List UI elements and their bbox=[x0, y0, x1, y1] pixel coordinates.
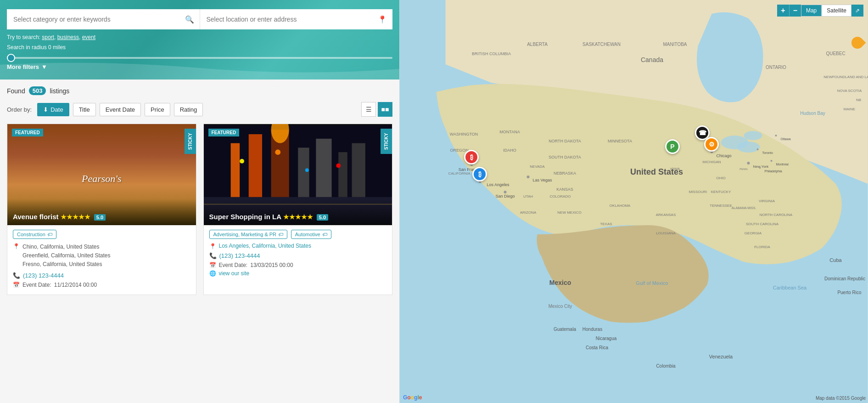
listing-card: FEATURED STICKY Avenue florist ★★★★★ 5.0 bbox=[7, 124, 196, 295]
svg-text:MANITOBA: MANITOBA bbox=[663, 42, 687, 47]
map-expand-button[interactable]: ⇗ bbox=[851, 5, 863, 17]
tag-advertising[interactable]: Advertising, Marketing & PR 🏷 bbox=[209, 230, 288, 239]
google-logo: Google bbox=[403, 394, 422, 401]
map-zoom-minus-button[interactable]: − bbox=[789, 5, 801, 17]
map-pin-1[interactable]: ₿ bbox=[464, 150, 479, 165]
svg-text:Las Vegas: Las Vegas bbox=[533, 178, 553, 182]
svg-text:TENNESSEE: TENNESSEE bbox=[710, 204, 732, 208]
phone-row: 📞 (123) 123-4444 bbox=[13, 272, 190, 279]
hint-event[interactable]: event bbox=[82, 34, 95, 40]
map-type-map-button[interactable]: Map bbox=[801, 5, 822, 17]
svg-rect-8 bbox=[352, 143, 365, 197]
svg-text:San Diego: San Diego bbox=[495, 194, 515, 199]
phone-link[interactable]: (123) 123-4444 bbox=[219, 252, 260, 259]
card-title: Super Shopping in LA bbox=[209, 213, 281, 221]
svg-point-18 bbox=[737, 142, 760, 153]
list-view-button[interactable]: ☰ bbox=[361, 102, 376, 117]
svg-point-12 bbox=[305, 168, 308, 172]
score-badge: 5.0 bbox=[94, 214, 106, 221]
tags-row: Construction 🏷 bbox=[13, 230, 190, 243]
svg-point-85 bbox=[771, 160, 773, 162]
calendar-icon: 📅 bbox=[209, 262, 216, 268]
listings-suffix: listings bbox=[50, 87, 69, 95]
card-image-wrap: FEATURED STICKY Avenue florist ★★★★★ 5.0 bbox=[7, 124, 196, 225]
pin-icon: 📍 bbox=[209, 243, 216, 250]
map-zoom-plus-button[interactable]: + bbox=[777, 5, 789, 17]
hint-business[interactable]: business bbox=[57, 34, 79, 40]
svg-point-89 bbox=[757, 148, 759, 150]
tag-icon: 🏷 bbox=[47, 232, 52, 237]
location-search-icon: 📍 bbox=[378, 15, 387, 24]
svg-text:Nicaragua: Nicaragua bbox=[596, 336, 617, 341]
svg-text:COLORADO: COLORADO bbox=[550, 194, 571, 199]
map-pin-5[interactable]: ₿ bbox=[472, 167, 487, 182]
svg-text:CALIFORNIA: CALIFORNIA bbox=[448, 171, 470, 176]
chevron-down-icon: ▼ bbox=[41, 63, 47, 70]
card-title: Avenue florist bbox=[13, 213, 58, 221]
svg-text:Dominican Republic: Dominican Republic bbox=[824, 276, 865, 281]
svg-rect-7 bbox=[338, 152, 347, 197]
svg-text:NORTH CAROLINA: NORTH CAROLINA bbox=[760, 213, 793, 217]
map-controls: + − Map Satellite ⇗ bbox=[777, 5, 863, 17]
keyword-search-input[interactable] bbox=[7, 9, 200, 29]
phone-link[interactable]: (123) 123-4444 bbox=[23, 272, 64, 279]
location-search-box: 📍 bbox=[200, 9, 393, 29]
svg-text:Honduras: Honduras bbox=[582, 327, 602, 332]
map-pin-2[interactable]: P bbox=[665, 139, 680, 154]
more-filters-toggle[interactable]: More filters ▼ bbox=[7, 63, 47, 70]
grid-view-button[interactable]: ■■ bbox=[378, 102, 392, 117]
sticky-badge: STICKY bbox=[381, 129, 392, 154]
svg-text:Los Angeles: Los Angeles bbox=[487, 182, 510, 187]
event-date-row: 📅 Event Date: 13/03/2015 00:00 bbox=[209, 262, 387, 268]
tag-automotive[interactable]: Automotive 🏷 bbox=[291, 230, 331, 239]
svg-text:LOUISIANA: LOUISIANA bbox=[656, 231, 676, 235]
svg-text:ARKANSAS: ARKANSAS bbox=[656, 213, 676, 217]
svg-text:NEBRASKA: NEBRASKA bbox=[554, 171, 576, 176]
map-type-satellite-button[interactable]: Satellite bbox=[822, 5, 851, 17]
svg-text:Cuba: Cuba bbox=[829, 257, 842, 263]
listings-grid: FEATURED STICKY Avenue florist ★★★★★ 5.0 bbox=[7, 124, 392, 295]
svg-text:SOUTH DAKOTA: SOUTH DAKOTA bbox=[549, 155, 581, 159]
svg-text:Toronto: Toronto bbox=[762, 151, 773, 154]
arrow-down-icon: ⬇ bbox=[43, 106, 48, 113]
svg-text:NB: NB bbox=[856, 98, 861, 102]
score-badge: 5.0 bbox=[317, 214, 328, 221]
order-price-button[interactable]: Price bbox=[145, 103, 170, 116]
featured-badge: FEATURED bbox=[12, 129, 43, 136]
map-pin-4[interactable]: ⚙ bbox=[704, 137, 719, 152]
card-body: Construction 🏷 📍 Chino, California, Unit… bbox=[7, 225, 196, 295]
rating-stars: ★★★★★ bbox=[61, 213, 90, 221]
order-title-button[interactable]: Title bbox=[73, 103, 96, 116]
svg-rect-1 bbox=[230, 143, 240, 197]
svg-point-13 bbox=[336, 164, 341, 168]
svg-text:MINNESOTA: MINNESOTA bbox=[608, 139, 632, 143]
tags-row: Advertising, Marketing & PR 🏷 Automotive… bbox=[209, 230, 387, 243]
order-rating-button[interactable]: Rating bbox=[174, 103, 203, 116]
svg-text:WASHINGTON: WASHINGTON bbox=[450, 132, 478, 136]
tag-icon: 🏷 bbox=[322, 232, 327, 237]
hint-sport[interactable]: sport bbox=[42, 34, 54, 40]
order-date-button[interactable]: ⬇ Date bbox=[37, 103, 69, 116]
map-panel: + − Map Satellite ⇗ Gulf of Mexico Hudso… bbox=[399, 0, 868, 403]
view-site-link[interactable]: 🌐 view our site bbox=[209, 270, 387, 277]
pin-bitcoin-blue: ₿ bbox=[472, 167, 487, 182]
svg-text:SOUTH CAROLINA: SOUTH CAROLINA bbox=[746, 222, 779, 226]
svg-text:Ottawa: Ottawa bbox=[781, 137, 791, 141]
svg-text:MISSOURI: MISSOURI bbox=[689, 190, 707, 194]
svg-text:TEXAS: TEXAS bbox=[600, 222, 612, 226]
svg-text:OHIO: OHIO bbox=[716, 176, 725, 180]
svg-text:ALBERTA: ALBERTA bbox=[527, 42, 548, 47]
location-search-input[interactable] bbox=[200, 9, 393, 29]
tag-icon: 🏷 bbox=[278, 232, 283, 237]
svg-text:Caribbean Sea: Caribbean Sea bbox=[773, 285, 807, 290]
pin-icon: 📍 bbox=[13, 243, 20, 269]
order-eventdate-button[interactable]: Event Date bbox=[100, 103, 141, 116]
phone-icon: 📞 bbox=[13, 272, 20, 279]
radius-label: Search in radius 0 miles bbox=[7, 44, 392, 51]
tag-construction[interactable]: Construction 🏷 bbox=[13, 230, 56, 239]
keyword-search-box: 🔍 bbox=[7, 9, 200, 29]
radius-slider[interactable] bbox=[7, 57, 392, 59]
phone-row: 📞 (123) 123-4444 bbox=[209, 252, 387, 259]
svg-point-79 bbox=[504, 191, 507, 193]
svg-text:Montreal: Montreal bbox=[776, 163, 789, 166]
